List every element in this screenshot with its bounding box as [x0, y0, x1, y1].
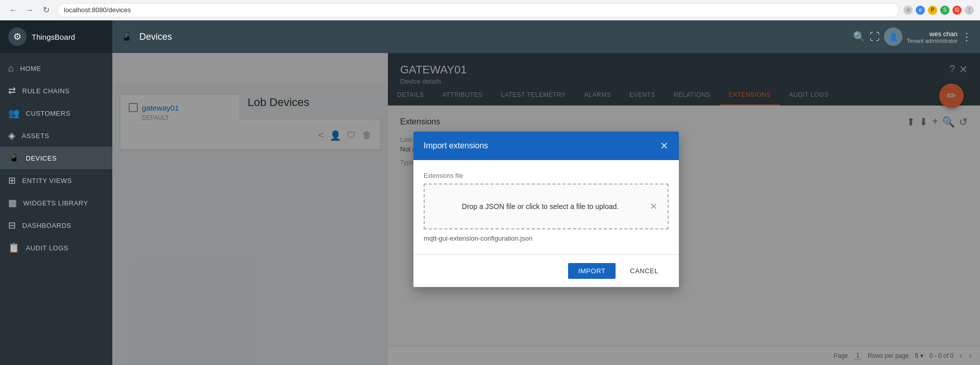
- devices-top-icon: 📱: [120, 31, 133, 43]
- file-label: Extensions file: [424, 172, 669, 179]
- main-area: 📱 Devices 🔍 ⛶ 👤 wes chan Tenant administ…: [112, 20, 980, 365]
- browser-extension-icons: ☆ e P S G ⋮: [903, 6, 974, 15]
- sidebar-item-widgets-library[interactable]: ▦WIDGETS LIBRARY: [0, 192, 112, 214]
- fullscreen-icon[interactable]: ⛶: [870, 31, 880, 43]
- url-bar[interactable]: localhost:8080/devices: [57, 3, 899, 17]
- back-button[interactable]: ←: [6, 3, 20, 17]
- nav-icon-home: ⌂: [8, 63, 14, 74]
- dialog-footer: IMPORT CANCEL: [413, 254, 679, 287]
- logo-icon: ⚙: [8, 28, 27, 46]
- nav-icon-assets: ◈: [8, 130, 16, 141]
- browser-nav-buttons: ← → ↻: [6, 3, 53, 17]
- sidebar: ⚙ ThingsBoard ⌂HOME⇄RULE CHAINS👥CUSTOMER…: [0, 20, 112, 365]
- sidebar-item-entity-views[interactable]: ⊞ENTITY VIEWS: [0, 169, 112, 192]
- nav-label-assets: ASSETS: [22, 132, 50, 140]
- nav-label-dashboards: DASHBOARDS: [22, 222, 71, 229]
- forward-button[interactable]: →: [22, 3, 37, 17]
- nav-icon-widgets-library: ▦: [8, 197, 17, 208]
- user-avatar[interactable]: 👤: [884, 28, 902, 46]
- nav-icon-dashboards: ⊟: [8, 220, 16, 231]
- nav-label-rule-chains: RULE CHAINS: [22, 87, 70, 95]
- nav-icon-audit-logs: 📋: [8, 242, 20, 253]
- sidebar-item-home[interactable]: ⌂HOME: [0, 57, 112, 80]
- nav-label-audit-logs: AUDIT LOGS: [26, 244, 69, 252]
- nav-icon-customers: 👥: [8, 108, 20, 119]
- app-container: ⚙ ThingsBoard ⌂HOME⇄RULE CHAINS👥CUSTOMER…: [0, 20, 980, 365]
- search-top-icon[interactable]: 🔍: [853, 31, 866, 43]
- url-text: localhost:8080/devices: [64, 6, 131, 14]
- ext2-icon[interactable]: P: [928, 6, 937, 15]
- file-name: mqtt-gui-extension-configuration.json: [424, 234, 669, 242]
- nav-label-entity-views: ENTITY VIEWS: [22, 177, 72, 185]
- dialog-title: Import extensions: [424, 141, 488, 150]
- import-button[interactable]: IMPORT: [568, 263, 616, 279]
- browser-bar: ← → ↻ localhost:8080/devices ☆ e P S G ⋮: [0, 0, 980, 20]
- file-drop-text: Drop a JSON file or click to select a fi…: [435, 202, 646, 211]
- content-area: Lob Devices gateway01 DEFAULT < 👤 🛡 🗑: [112, 53, 980, 365]
- dialog-overlay: Import extensions ✕ Extensions file Drop…: [112, 53, 980, 365]
- sidebar-item-customers[interactable]: 👥CUSTOMERS: [0, 102, 112, 124]
- nav-icon-entity-views: ⊞: [8, 175, 16, 186]
- refresh-button[interactable]: ↻: [39, 3, 53, 17]
- top-bar: 📱 Devices 🔍 ⛶ 👤 wes chan Tenant administ…: [112, 20, 980, 53]
- star-icon[interactable]: ☆: [903, 6, 913, 15]
- nav-label-customers: CUSTOMERS: [26, 110, 70, 117]
- nav-label-widgets-library: WIDGETS LIBRARY: [23, 199, 88, 207]
- sidebar-nav: ⌂HOME⇄RULE CHAINS👥CUSTOMERS◈ASSETS📱DEVIC…: [0, 53, 112, 365]
- cancel-button[interactable]: CANCEL: [620, 263, 669, 279]
- top-bar-title: Devices: [139, 32, 847, 42]
- dialog-close-icon[interactable]: ✕: [660, 140, 669, 152]
- user-info: wes chan Tenant administrator: [906, 30, 958, 44]
- more-icon[interactable]: ⋮: [965, 6, 974, 15]
- nav-icon-devices: 📱: [8, 152, 20, 164]
- sidebar-item-audit-logs[interactable]: 📋AUDIT LOGS: [0, 237, 112, 259]
- nav-icon-rule-chains: ⇄: [8, 85, 16, 96]
- user-role: Tenant administrator: [906, 38, 958, 44]
- logo-text: ThingsBoard: [32, 33, 75, 41]
- ext1-icon[interactable]: e: [916, 6, 925, 15]
- clear-file-icon[interactable]: ✕: [650, 201, 657, 212]
- sidebar-item-devices[interactable]: 📱DEVICES: [0, 147, 112, 169]
- top-bar-icons: 🔍 ⛶ 👤 wes chan Tenant administrator ⋮: [853, 28, 972, 46]
- sidebar-item-rule-chains[interactable]: ⇄RULE CHAINS: [0, 80, 112, 102]
- sidebar-item-dashboards[interactable]: ⊟DASHBOARDS: [0, 214, 112, 237]
- file-drop-zone[interactable]: Drop a JSON file or click to select a fi…: [424, 184, 669, 229]
- sidebar-item-assets[interactable]: ◈ASSETS: [0, 124, 112, 147]
- nav-label-devices: DEVICES: [26, 154, 57, 162]
- dialog-header: Import extensions ✕: [413, 132, 679, 160]
- user-name: wes chan: [929, 30, 958, 38]
- import-extensions-dialog: Import extensions ✕ Extensions file Drop…: [413, 132, 679, 287]
- more-vert-icon[interactable]: ⋮: [962, 31, 972, 43]
- nav-label-home: HOME: [20, 65, 41, 72]
- sidebar-logo: ⚙ ThingsBoard: [0, 20, 112, 53]
- ext4-icon[interactable]: G: [952, 6, 962, 15]
- dialog-body: Extensions file Drop a JSON file or clic…: [413, 160, 679, 254]
- ext3-icon[interactable]: S: [940, 6, 949, 15]
